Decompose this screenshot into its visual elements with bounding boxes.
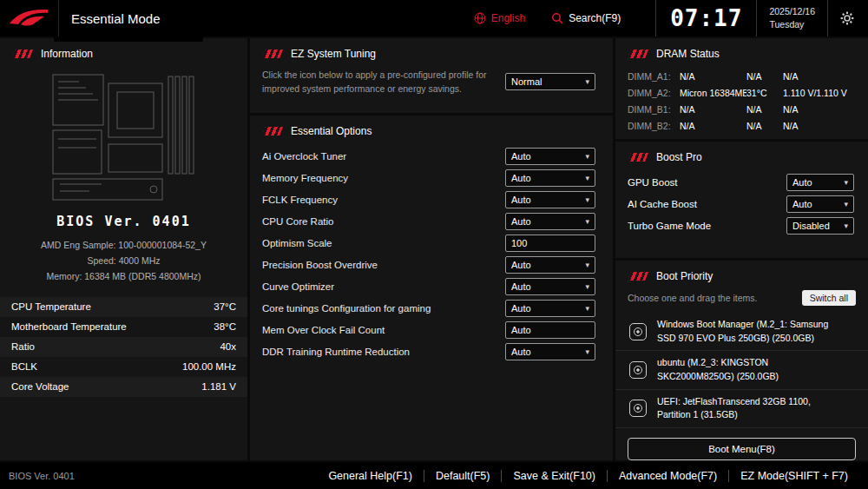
optimism-scale-input[interactable]: 100 — [505, 235, 595, 252]
drive-icon — [628, 360, 648, 380]
information-title: Information — [41, 48, 93, 60]
boost-pro-title: Boost Pro — [656, 151, 702, 163]
select-value: Auto — [511, 347, 531, 357]
select-value: Auto — [511, 281, 531, 292]
dimm-temp: N/A — [746, 71, 783, 82]
drive-icon — [628, 321, 648, 342]
language-label: English — [491, 12, 525, 24]
advanced-mode-button[interactable]: Advanced Mode(F7) — [607, 470, 728, 482]
gpu-boost-select[interactable]: Auto ▾ — [786, 174, 854, 191]
option-label: Optimism Scale — [262, 238, 332, 248]
select-value: Auto — [792, 177, 812, 188]
default-button[interactable]: Default(F5) — [424, 470, 502, 482]
boost-pro-panel: Boost Pro GPU Boost Auto ▾ AI Cache Boos… — [615, 142, 868, 258]
system-summary: AMD Eng Sample: 100-000001084-52_Y Speed… — [0, 238, 247, 285]
stat-label: CPU Temperature — [11, 301, 91, 312]
precision-boost-overdrive-select[interactable]: Auto ▾ — [505, 256, 595, 274]
mem-over-clock-fail-count-input[interactable]: Auto — [505, 321, 595, 339]
footer-bar: BIOS Ver. 0401 General Help(F1) Default(… — [0, 462, 868, 489]
option-row: Curve Optimizer Auto ▾ — [250, 275, 613, 297]
boot-item-windows[interactable]: Windows Boot Manager (M.2_1: Samsung SSD… — [615, 313, 868, 351]
dram-row-a1: DIMM_A1: N/A N/A N/A — [615, 68, 868, 84]
cpu-core-ratio-select[interactable]: Auto ▾ — [505, 213, 595, 230]
chevron-down-icon: ▾ — [585, 195, 589, 204]
switch-all-button[interactable]: Switch all — [802, 290, 856, 306]
ai-overclock-tuner-select[interactable]: Auto ▾ — [505, 148, 595, 165]
ez-tuning-title: EZ System Tuning — [291, 48, 376, 60]
boost-label: GPU Boost — [628, 177, 678, 188]
essential-options-title: Essential Options — [291, 125, 372, 137]
chevron-down-icon: ▾ — [585, 347, 589, 356]
save-exit-button[interactable]: Save & Exit(F10) — [501, 470, 606, 482]
ai-cache-boost-select[interactable]: Auto ▾ — [786, 195, 854, 213]
language-selector[interactable]: English — [474, 12, 525, 24]
general-help-button[interactable]: General Help(F1) — [317, 470, 424, 482]
option-row: Optimism Scale 100 — [250, 232, 613, 254]
core-tunings-config-select[interactable]: Auto ▾ — [505, 300, 595, 317]
memory-line: Memory: 16384 MB (DDR5 4800MHz) — [0, 269, 247, 285]
dram-row-b2: DIMM_B2: N/A N/A N/A — [615, 117, 868, 134]
footer-bios-version: BIOS Ver. 0401 — [9, 471, 75, 481]
chevron-down-icon: ▾ — [585, 282, 589, 291]
ez-description: Click the icon below to apply a pre-conf… — [262, 68, 500, 96]
option-row: Precision Boost Overdrive Auto ▾ — [250, 254, 613, 275]
option-row: Mem Over Clock Fail Count Auto — [250, 319, 613, 340]
option-label: Mem Over Clock Fail Count — [262, 325, 385, 335]
boot-item-label: UEFI: JetFlashTranscend 32GB 1100, Parti… — [657, 395, 845, 423]
section-hatch-icon — [628, 272, 648, 281]
stat-row-core-voltage: Core Voltage 1.181 V — [0, 377, 247, 397]
boot-item-ubuntu[interactable]: ubuntu (M.2_3: KINGSTON SKC2000M8250G) (… — [615, 351, 868, 389]
cpu-model-line: AMD Eng Sample: 100-000001084-52_Y — [0, 238, 247, 254]
option-row: CPU Core Ratio Auto ▾ — [250, 210, 613, 232]
dimm-temp: N/A — [746, 121, 783, 131]
stat-row-bclk: BCLK 100.00 MHz — [0, 357, 247, 377]
ez-mode-button[interactable]: EZ Mode(SHIFT + F7) — [728, 470, 859, 482]
bios-screen: Essential Mode English Search(F9) 07:17 — [0, 0, 868, 489]
stat-value: 37°C — [214, 301, 236, 312]
boot-menu-button[interactable]: Boot Menu(F8) — [628, 438, 856, 460]
section-hatch-icon — [262, 127, 283, 135]
option-row: FCLK Frequency Auto ▾ — [250, 188, 613, 210]
search-icon — [551, 12, 563, 24]
dimm-name: Micron 16384MB 4800MHz — [680, 88, 746, 98]
select-value: Auto — [792, 199, 812, 209]
dimm-name: N/A — [680, 71, 746, 82]
boot-hint: Choose one and drag the items. — [628, 293, 757, 303]
curve-optimizer-select[interactable]: Auto ▾ — [505, 278, 595, 295]
chevron-down-icon: ▾ — [585, 217, 589, 226]
main-content: Information — [0, 36, 868, 462]
globe-icon — [474, 12, 486, 24]
boot-item-label: ubuntu (M.2_3: KINGSTON SKC2000M8250G) (… — [657, 356, 845, 384]
chevron-down-icon: ▾ — [585, 174, 589, 182]
settings-button[interactable] — [827, 0, 868, 36]
dimm-slot-label: DIMM_A1: — [628, 71, 680, 82]
dimm-voltage: N/A — [783, 121, 856, 131]
stat-label: Motherboard Temperature — [11, 321, 127, 332]
option-label: DDR Training Runtime Reduction — [262, 347, 410, 357]
option-row: Ai Overclock Tuner Auto ▾ — [250, 145, 613, 167]
ez-tuning-select[interactable]: Normal ▾ — [505, 73, 595, 90]
ddr-training-runtime-select[interactable]: Auto ▾ — [505, 343, 595, 360]
dimm-slot-label: DIMM_B1: — [628, 104, 680, 115]
dram-row-b1: DIMM_B1: N/A N/A N/A — [615, 101, 868, 117]
boost-row: AI Cache Boost Auto ▾ — [615, 193, 868, 215]
chevron-down-icon: ▾ — [844, 178, 848, 187]
section-hatch-icon — [262, 50, 283, 58]
boot-item-uefi-usb[interactable]: UEFI: JetFlashTranscend 32GB 1100, Parti… — [615, 390, 868, 428]
fclk-frequency-select[interactable]: Auto ▾ — [505, 191, 595, 208]
memory-frequency-select[interactable]: Auto ▾ — [505, 169, 595, 187]
option-label: Memory Frequency — [262, 173, 348, 183]
search-button[interactable]: Search(F9) — [551, 12, 621, 24]
turbo-game-mode-select[interactable]: Disabled ▾ — [786, 217, 854, 235]
select-value: Auto — [511, 303, 531, 314]
chevron-down-icon: ▾ — [585, 152, 589, 161]
select-value: Auto — [511, 173, 531, 183]
section-hatch-icon — [628, 50, 648, 58]
dimm-voltage: N/A — [783, 104, 856, 115]
stat-value: 100.00 MHz — [182, 361, 236, 372]
dram-status-title: DRAM Status — [656, 48, 720, 60]
dram-row-a2: DIMM_A2: Micron 16384MB 4800MHz 31°C 1.1… — [615, 84, 868, 101]
section-hatch-icon — [12, 50, 33, 58]
dimm-slot-label: DIMM_A2: — [628, 88, 680, 98]
select-value: Auto — [511, 151, 531, 162]
